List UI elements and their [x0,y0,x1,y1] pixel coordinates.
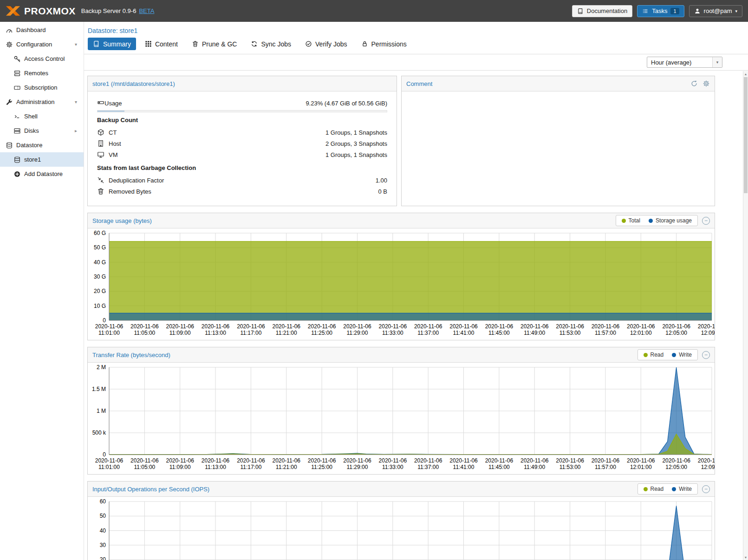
storage-usage-chart: 010 G20 G30 G40 G50 G60 G2020-11-0611:01… [88,228,715,337]
documentation-button[interactable]: Documentation [572,5,632,17]
sidebar-item-configuration[interactable]: Configuration ▾ [0,37,84,52]
svg-text:2020-11-06: 2020-11-06 [273,457,301,464]
usage-progressbar [97,110,387,112]
svg-text:11:17:00: 11:17:00 [240,464,261,470]
svg-text:2020-11-06: 2020-11-06 [95,457,124,464]
sidebar-item-subscription[interactable]: Subscription [0,80,84,95]
comment-panel-tools [690,80,710,87]
tab-permissions[interactable]: Permissions [356,38,412,50]
svg-text:2 M: 2 M [97,364,106,371]
scroll-down-icon[interactable]: ▼ [743,554,748,560]
chart-legend: Read Write [637,349,698,360]
legend-dot-icon [644,487,648,491]
backup-count-row-ct: CT 1 Groups, 1 Snapshots [97,127,387,138]
sidebar-item-dashboard[interactable]: Dashboard [0,23,84,37]
legend-dot-icon [649,219,653,223]
legend-item-write[interactable]: Write [672,352,692,358]
summary-content: store1 (/mnt/datastores/store1) Usage 9.… [84,71,748,560]
scroll-up-icon[interactable]: ▲ [743,71,748,77]
chevron-right-icon[interactable]: ▸ [75,128,77,133]
tab-summary[interactable]: Summary [88,38,136,50]
legend-item-read[interactable]: Read [644,352,664,358]
sidebar-item-shell[interactable]: Shell [0,109,84,124]
tab-content[interactable]: Content [140,38,183,50]
tab-bar: Summary Content Prune & GC [84,35,748,54]
svg-text:60 G: 60 G [94,230,106,236]
usage-bar-fill [98,111,124,112]
tab-sync-jobs[interactable]: Sync Jobs [246,38,296,50]
building-icon [97,140,105,148]
sidebar-item-administration[interactable]: Administration ▾ [0,95,84,109]
sidebar-item-access-control[interactable]: Access Control [0,52,84,66]
svg-text:10 G: 10 G [94,303,106,309]
svg-text:2020-11-06: 2020-11-06 [449,323,478,330]
chevron-down-icon[interactable]: ▾ [75,42,77,47]
proxmox-logo-icon [6,6,20,16]
svg-text:12:05:00: 12:05:00 [665,330,687,336]
gear-icon[interactable] [702,80,710,87]
wrench-icon [5,98,13,106]
svg-text:2020-11-06: 2020-11-06 [237,457,265,464]
gc-row-removed-bytes: Removed Bytes 0 B [97,186,387,197]
sidebar-item-remotes[interactable]: Remotes [0,66,84,80]
svg-text:2020-11-06: 2020-11-06 [520,457,549,464]
sidebar-item-datastore[interactable]: Datastore [0,138,84,152]
tasks-button[interactable]: Tasks 1 [637,5,684,17]
tab-prune-gc[interactable]: Prune & GC [187,38,242,50]
svg-text:2020-11-06: 2020-11-06 [592,323,620,330]
usage-value: 9.23% (4.67 GiB of 50.56 GiB) [306,100,387,107]
brand-text: PROXMOX [24,6,76,17]
svg-text:2020-11-06: 2020-11-06 [414,323,442,330]
user-menu-button[interactable]: root@pam ▾ [689,5,742,17]
backup-count-row-host: Host 2 Groups, 3 Snapshots [97,138,387,149]
svg-text:2020-11-06: 2020-11-06 [166,457,194,464]
chevron-down-icon[interactable]: ▾ [75,99,77,104]
legend-item-write[interactable]: Write [672,486,692,492]
user-icon [694,8,701,14]
svg-text:2020-11-06: 2020-11-06 [343,457,371,464]
svg-text:30 G: 30 G [94,273,106,280]
time-range-select[interactable]: Hour (average) ▾ [647,57,722,68]
transfer-rate-chart-panel: Transfer Rate (bytes/second) Read Write … [87,347,715,475]
svg-text:11:09:00: 11:09:00 [169,464,191,470]
svg-text:11:09:00: 11:09:00 [169,330,191,336]
svg-text:11:13:00: 11:13:00 [205,464,226,470]
beta-link[interactable]: BETA [139,7,154,14]
refresh-icon[interactable] [690,80,698,87]
svg-text:11:01:00: 11:01:00 [98,464,120,470]
svg-text:2020-11-06: 2020-11-06 [592,457,620,464]
compress-icon [97,176,105,184]
vertical-scrollbar[interactable]: ▲ ▼ [743,71,748,560]
svg-text:11:37:00: 11:37:00 [417,464,439,470]
tab-verify-jobs[interactable]: Verify Jobs [300,38,352,50]
svg-text:12:01:00: 12:01:00 [630,330,652,336]
backup-count-row-vm: VM 1 Groups, 1 Snapshots [97,149,387,160]
ticket-icon [13,84,21,91]
svg-text:2020-11-06: 2020-11-06 [308,323,336,330]
proxmox-logo: PROXMOX [6,6,76,17]
legend-dot-icon [622,219,626,223]
check-circle-icon [305,40,312,47]
sidebar: Dashboard Configuration ▾ Access Control [0,22,84,560]
sidebar-item-add-datastore[interactable]: Add Datastore [0,167,84,181]
sidebar-item-store1[interactable]: store1 [0,152,84,167]
legend-item-storage-usage[interactable]: Storage usage [649,217,692,224]
svg-text:2020-11-06: 2020-11-06 [202,457,230,464]
cube-icon [97,129,105,137]
sidebar-item-disks[interactable]: Disks ▸ [0,124,84,138]
key-icon [13,55,21,63]
scrollbar-thumb[interactable] [744,77,748,193]
trash-icon [97,188,105,195]
svg-text:50 G: 50 G [94,244,106,251]
collapse-icon[interactable]: − [702,351,710,359]
collapse-icon[interactable]: − [702,485,710,493]
collapse-icon[interactable]: − [702,217,710,225]
svg-text:12:01:00: 12:01:00 [630,464,652,470]
database-icon [5,141,13,149]
svg-text:2020-11-06: 2020-11-06 [556,323,584,330]
comment-body[interactable] [402,91,715,106]
svg-text:2020-11-06: 2020-11-06 [308,457,336,464]
legend-item-total[interactable]: Total [622,217,640,224]
svg-text:11:49:00: 11:49:00 [524,330,545,336]
legend-item-read[interactable]: Read [644,486,664,492]
